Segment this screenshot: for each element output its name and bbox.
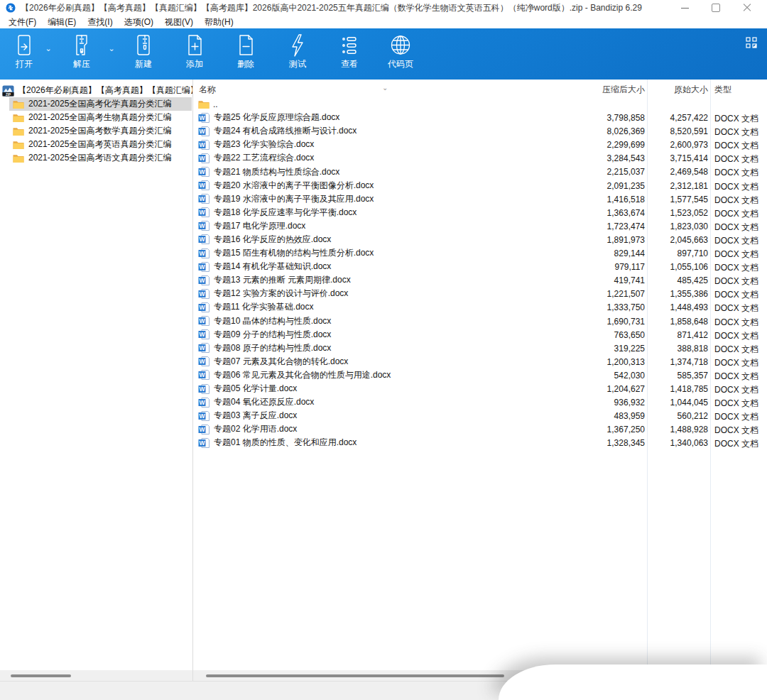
table-row[interactable]: W 专题17 电化学原理.docx1,723,4741,823,030DOCX …	[193, 219, 767, 233]
original-size-cell: 585,357	[678, 371, 708, 381]
sidebar-folder-item[interactable]: 2021-2025全国高考数学真题分类汇编	[9, 124, 192, 138]
file-type-cell: DOCX 文档	[714, 425, 758, 437]
close-button[interactable]	[731, 0, 763, 16]
file-type-cell: DOCX 文档	[714, 357, 758, 369]
file-type-cell: DOCX 文档	[714, 411, 758, 423]
scrollbar-thumb[interactable]	[206, 674, 504, 677]
column-header-original[interactable]: 原始大小	[674, 84, 708, 96]
table-row[interactable]: W 专题05 化学计量.docx1,204,6271,418,785DOCX 文…	[193, 382, 767, 395]
extract-dropdown-chevron-icon[interactable]: ⌄	[106, 43, 117, 54]
word-file-icon: W	[198, 342, 210, 354]
compressed-size-cell: 1,891,973	[607, 235, 645, 245]
maximize-button[interactable]	[700, 0, 731, 16]
scrollbar-thumb[interactable]	[11, 674, 71, 677]
table-row[interactable]: W 专题23 化学实验综合.docx2,299,6992,600,973DOCX…	[193, 138, 767, 151]
codepage-button[interactable]: 代码页	[379, 31, 423, 78]
column-header-compressed[interactable]: 压缩后大小	[602, 84, 645, 96]
file-type-cell: DOCX 文档	[714, 398, 758, 410]
extract-button[interactable]: 解压	[62, 31, 102, 78]
menu-item[interactable]: 选项(O)	[119, 16, 159, 28]
parent-directory-row[interactable]: ..	[193, 97, 767, 111]
panel-layout-icon[interactable]	[746, 37, 757, 48]
svg-text:W: W	[199, 358, 205, 365]
table-row[interactable]: W 专题19 水溶液中的离子平衡及其应用.docx1,416,5181,577,…	[193, 192, 767, 206]
table-row[interactable]: W 专题08 原子的结构与性质.docx319,225388,818DOCX 文…	[193, 341, 767, 355]
view-list-icon	[338, 33, 361, 58]
compressed-size-cell: 1,333,750	[607, 302, 645, 312]
sidebar-folder-item[interactable]: 2021-2025全国高考生物真题分类汇编	[9, 111, 192, 124]
menu-item[interactable]: 编辑(E)	[42, 16, 82, 28]
tree-root-archive[interactable]: ZIP 【2026年必刷真题】【高考真题】【真题汇编】【高考题库】2026版高中…	[2, 84, 192, 97]
new-archive-button[interactable]: 新建	[124, 31, 163, 78]
menu-item[interactable]: 文件(F)	[3, 16, 42, 28]
table-row[interactable]: W 专题18 化学反应速率与化学平衡.docx1,363,6741,523,05…	[193, 206, 767, 219]
menu-item[interactable]: 查找(I)	[82, 16, 118, 28]
menu-item[interactable]: 帮助(H)	[199, 16, 239, 28]
table-row[interactable]: W 专题16 化学反应的热效应.docx1,891,9732,045,663DO…	[193, 233, 767, 246]
file-name-cell: W 专题22 工艺流程综合.docx	[198, 151, 314, 165]
sidebar-folder-item[interactable]: 2021-2025全国高考化学真题分类汇编	[9, 97, 192, 111]
original-size-cell: 1,448,493	[670, 302, 708, 312]
table-row[interactable]: W 专题14 有机化学基础知识.docx979,1171,055,106DOCX…	[193, 260, 767, 273]
toolbar-button-label: 查看	[330, 58, 369, 70]
file-name: 专题07 元素及其化合物的转化.docx	[214, 356, 348, 368]
codepage-globe-icon	[389, 33, 412, 58]
table-row[interactable]: W 专题03 离子反应.docx483,959560,212DOCX 文档	[193, 409, 767, 422]
add-button[interactable]: 添加	[175, 31, 214, 78]
table-row[interactable]: W 专题15 陌生有机物的结构与性质分析.docx829,144897,710D…	[193, 246, 767, 260]
word-file-icon: W	[198, 207, 210, 218]
table-row[interactable]: W 专题24 有机合成路线推断与设计.docx8,026,3698,520,59…	[193, 124, 767, 138]
view-button[interactable]: 查看	[330, 31, 369, 78]
table-row[interactable]: W 专题04 氧化还原反应.docx936,9321,044,045DOCX 文…	[193, 395, 767, 409]
menu-item[interactable]: 视图(V)	[159, 16, 199, 28]
word-file-icon: W	[198, 234, 210, 245]
original-size-cell: 1,523,052	[670, 208, 708, 218]
folder-icon	[13, 99, 24, 109]
table-row[interactable]: W 专题09 分子的结构与性质.docx763,650871,412DOCX 文…	[193, 328, 767, 341]
compressed-size-cell: 1,367,250	[607, 425, 645, 434]
open-button[interactable]: 打开	[4, 31, 44, 78]
sidebar-horizontal-scrollbar[interactable]	[0, 670, 192, 682]
file-name-cell: W 专题06 常见元素及其化合物的性质与用途.docx	[198, 368, 391, 382]
svg-text:ZIP: ZIP	[6, 92, 11, 96]
table-row[interactable]: W 专题22 工艺流程综合.docx3,284,5433,715,414DOCX…	[193, 151, 767, 165]
file-type-cell: DOCX 文档	[714, 208, 758, 220]
file-type-cell: DOCX 文档	[714, 371, 758, 383]
word-file-icon: W	[198, 410, 210, 422]
table-row[interactable]: W 专题10 晶体的结构与性质.docx1,690,7311,858,648DO…	[193, 315, 767, 328]
svg-text:W: W	[199, 304, 205, 311]
file-name-cell: W 专题17 电化学原理.docx	[198, 219, 305, 233]
table-row[interactable]: W 专题02 化学用语.docx1,367,2501,488,928DOCX 文…	[193, 422, 767, 436]
compressed-size-cell: 2,091,235	[607, 181, 645, 191]
table-row[interactable]: W 专题13 元素的推断 元素周期律.docx419,741485,425DOC…	[193, 273, 767, 287]
compressed-size-cell: 829,144	[614, 248, 645, 258]
svg-text:W: W	[199, 195, 205, 202]
sidebar-folder-item[interactable]: 2021-2025全国高考英语真题分类汇编	[9, 138, 192, 151]
test-button[interactable]: 测试	[278, 31, 317, 78]
column-header-type[interactable]: 类型	[714, 84, 731, 96]
open-dropdown-chevron-icon[interactable]: ⌄	[43, 43, 54, 54]
table-row[interactable]: W 专题20 水溶液中的离子平衡图像分析.docx2,091,2352,312,…	[193, 179, 767, 192]
file-type-cell: DOCX 文档	[714, 248, 758, 261]
window-title: 【2026年必刷真题】【高考真题】【真题汇编】【高考题库】2026版高中2021…	[21, 2, 669, 14]
table-row[interactable]: W 专题12 实验方案的设计与评价.docx1,221,5071,355,386…	[193, 287, 767, 300]
column-header-name[interactable]: 名称	[199, 84, 216, 96]
table-row[interactable]: W 专题06 常见元素及其化合物的性质与用途.docx542,030585,35…	[193, 368, 767, 382]
file-name: 专题24 有机合成路线推断与设计.docx	[214, 125, 357, 137]
table-row[interactable]: W 专题07 元素及其化合物的转化.docx1,200,3131,374,718…	[193, 355, 767, 368]
original-size-cell: 485,425	[678, 275, 708, 285]
delete-button[interactable]: 删除	[226, 31, 266, 78]
file-name-cell: W 专题24 有机合成路线推断与设计.docx	[198, 124, 357, 138]
sidebar-folder-item[interactable]: 2021-2025全国高考语文真题分类汇编	[9, 151, 192, 165]
original-size-cell: 3,715,414	[670, 153, 708, 163]
file-name-cell: W 专题19 水溶液中的离子平衡及其应用.docx	[198, 192, 374, 206]
file-name: 专题01 物质的性质、变化和应用.docx	[214, 437, 357, 449]
minimize-button[interactable]	[669, 0, 700, 16]
table-row[interactable]: W 专题21 物质结构与性质综合.docx2,215,0372,469,548D…	[193, 165, 767, 178]
table-row[interactable]: W 专题01 物质的性质、变化和应用.docx1,328,3451,340,06…	[193, 436, 767, 449]
title-bar: 【2026年必刷真题】【高考真题】【真题汇编】【高考题库】2026版高中2021…	[0, 0, 767, 16]
table-row[interactable]: W 专题11 化学实验基础.docx1,333,7501,448,493DOCX…	[193, 300, 767, 314]
tree-root-label: 【2026年必刷真题】【高考真题】【真题汇编】【高考题库】2026版高中2021…	[18, 84, 192, 97]
table-row[interactable]: W 专题25 化学反应原理综合题.docx3,798,8584,257,422D…	[193, 111, 767, 124]
file-name-cell: W 专题16 化学反应的热效应.docx	[198, 233, 331, 246]
